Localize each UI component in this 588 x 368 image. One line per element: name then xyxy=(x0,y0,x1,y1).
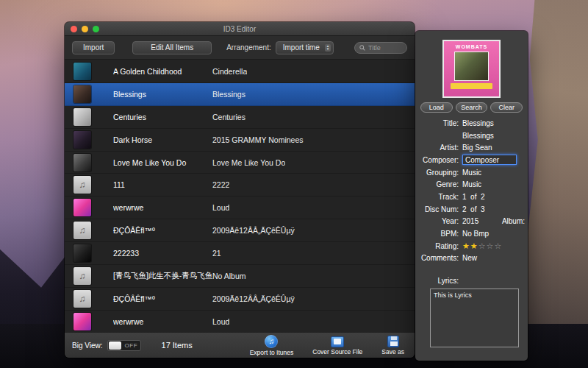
album-art-thumbnail xyxy=(74,154,91,171)
field-label: Genre: xyxy=(415,180,462,188)
album-artwork-photo xyxy=(454,52,489,81)
id3-editor-window: ID3 Editor Import Edit All Items Arrange… xyxy=(65,22,415,358)
album-art-thumbnail xyxy=(74,313,91,330)
table-row[interactable]: werwrweLoud xyxy=(65,311,415,333)
clear-button[interactable]: Clear xyxy=(490,102,523,113)
file-icon xyxy=(331,336,344,347)
export-to-itunes-button[interactable]: ♫ Export to Itunes xyxy=(250,335,294,356)
field-label: Grouping: xyxy=(415,169,462,177)
desktop: ID3 Editor Import Edit All Items Arrange… xyxy=(0,0,588,368)
album-art-thumbnail xyxy=(74,244,91,262)
table-row[interactable]: BlessingsBlessings xyxy=(65,83,415,106)
edit-all-items-button[interactable]: Edit All Items xyxy=(132,41,212,54)
table-row[interactable]: Love Me Like You DoLove Me Like You Do xyxy=(65,152,415,174)
field-row-lyrics: Lyrics: xyxy=(415,275,528,287)
field-row-title-line2: Blessings xyxy=(415,130,528,142)
arrangement-label: Arrangement: xyxy=(226,43,271,52)
search-input[interactable] xyxy=(368,44,402,52)
row-title: Centuries xyxy=(113,113,212,121)
itunes-icon: ♫ xyxy=(265,335,278,348)
tag-editor-panel: WOMBATS Load Search Clear Title:Blessing… xyxy=(415,31,528,361)
field-label: Composer: xyxy=(415,156,462,164)
table-row[interactable]: [青鸟飞鱼]此生不换-青鸟飞鱼No Album xyxy=(65,265,415,288)
album-artwork[interactable]: WOMBATS xyxy=(442,40,501,98)
search-field[interactable] xyxy=(354,42,407,54)
row-album: Love Me Like You Do xyxy=(212,158,285,167)
field-row-genre: Genre:Music xyxy=(415,178,528,191)
field-label: BPM: xyxy=(415,230,462,238)
import-button[interactable]: Import xyxy=(72,41,115,54)
toggle-knob xyxy=(109,342,121,350)
row-title: Dark Horse xyxy=(113,135,212,144)
composer-input[interactable] xyxy=(462,155,517,165)
field-label: Artist: xyxy=(415,144,462,152)
window-title: ID3 Editor xyxy=(65,25,415,33)
row-title: Blessings xyxy=(113,90,212,99)
big-view-toggle[interactable]: OFF xyxy=(107,340,141,351)
footer-actions: ♫ Export to Itunes Cover Source File Sav… xyxy=(250,335,407,356)
table-row[interactable]: CenturiesCenturies xyxy=(65,106,415,129)
save-as-button[interactable]: Save as xyxy=(381,335,404,356)
row-title: [青鸟飞鱼]此生不换-青鸟飞鱼 xyxy=(113,271,212,281)
field-value: New xyxy=(462,254,477,262)
row-album: 2009Äê12ÂÂ„ÄÇêÊÛµÿ xyxy=(212,226,295,235)
row-title: ĐÇÔÂÊﬂ™º xyxy=(113,226,212,235)
search-icon xyxy=(359,45,365,51)
album-art-thumbnail xyxy=(74,85,91,103)
table-row[interactable]: 1112222 xyxy=(65,174,415,197)
field-row-grouping: Grouping:Music xyxy=(415,166,528,179)
field-value: No Bmp xyxy=(462,230,489,238)
album-art-thumbnail xyxy=(74,290,91,308)
search-button[interactable]: Search xyxy=(456,102,488,113)
rating-stars[interactable]: ★★☆☆☆ xyxy=(462,242,502,250)
field-row-title: Title:Blessings xyxy=(415,117,528,130)
tag-fields: Title:BlessingsBlessingsArtist:Big SeanC… xyxy=(415,117,528,264)
cover-source-file-button[interactable]: Cover Source File xyxy=(312,335,362,356)
row-album: 2009Äê12ÂÂ„ÄÇêÊÛµÿ xyxy=(212,294,295,303)
arrangement-dropdown[interactable]: Import time ▲▼ xyxy=(276,41,334,54)
field-value: Blessings xyxy=(462,119,494,127)
album-art-thumbnail xyxy=(74,108,91,126)
artwork-buttons: Load Search Clear xyxy=(419,102,524,113)
field-label: Track: xyxy=(415,193,462,201)
load-button[interactable]: Load xyxy=(420,102,453,113)
field-value: Music xyxy=(462,180,481,188)
field-value: Big Sean xyxy=(462,144,492,152)
album-art-thumbnail xyxy=(74,267,91,285)
stepper-icon: ▲▼ xyxy=(325,44,331,52)
toolbar: Import Edit All Items Arrangement: Impor… xyxy=(65,36,415,60)
table-row[interactable]: werwrweLoud xyxy=(65,197,415,219)
row-album: 2222 xyxy=(212,180,229,189)
table-row[interactable]: ĐÇÔÂÊﬂ™º2009Äê12ÂÂ„ÄÇêÊÛµÿ xyxy=(65,288,415,311)
items-count: 17 Items xyxy=(162,341,193,350)
field-row-bpm: BPM:No Bmp xyxy=(415,227,528,240)
field-label: Comments: xyxy=(415,254,462,262)
album-art-thumbnail xyxy=(74,63,91,80)
lyrics-textarea[interactable]: This is Lyrics xyxy=(430,289,519,347)
album-label: Album: xyxy=(502,217,525,225)
row-title: ĐÇÔÂÊﬂ™º xyxy=(113,294,212,303)
album-artwork-banner xyxy=(451,83,492,89)
field-value: Blessings xyxy=(462,132,494,140)
row-album: Centuries xyxy=(212,113,245,121)
row-title: werwrwe xyxy=(113,317,212,326)
row-title: Love Me Like You Do xyxy=(113,158,212,167)
field-label: Disc Num: xyxy=(415,205,462,213)
row-album: Cinderella xyxy=(212,67,247,76)
field-value: 2015 xyxy=(462,217,478,225)
field-row-disc-num: Disc Num:2 of 3 xyxy=(415,203,528,216)
table-row[interactable]: A Golden ChildhoodCinderella xyxy=(65,60,415,83)
field-value: Music xyxy=(462,169,481,177)
row-album: Blessings xyxy=(212,90,245,99)
field-row-comments: Comments:New xyxy=(415,252,528,265)
table-row[interactable]: Dark Horse2015 GRAMMY Nominees xyxy=(65,129,415,152)
table-row[interactable]: ĐÇÔÂÊﬂ™º2009Äê12ÂÂ„ÄÇêÊÛµÿ xyxy=(65,219,415,242)
row-title: 111 xyxy=(113,180,212,189)
row-title: werwrwe xyxy=(113,203,212,212)
window-titlebar[interactable]: ID3 Editor xyxy=(65,22,415,36)
row-title: A Golden Childhood xyxy=(113,67,212,76)
lyrics-label: Lyrics: xyxy=(415,277,462,285)
field-value: 1 of 2 xyxy=(462,193,485,201)
row-album: 2015 GRAMMY Nominees xyxy=(212,135,304,144)
table-row[interactable]: 22223321 xyxy=(65,242,415,265)
